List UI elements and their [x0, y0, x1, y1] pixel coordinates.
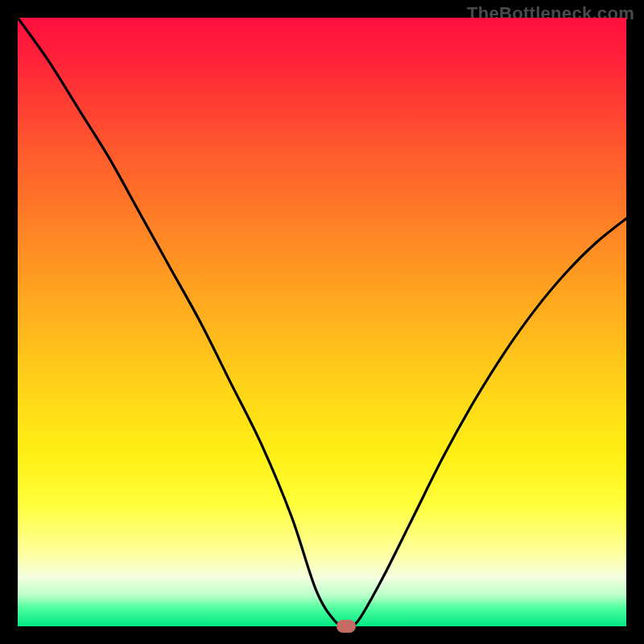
bottleneck-curve	[18, 18, 626, 626]
optimal-point-marker	[336, 620, 356, 633]
chart-frame: TheBottleneck.com	[0, 0, 644, 644]
